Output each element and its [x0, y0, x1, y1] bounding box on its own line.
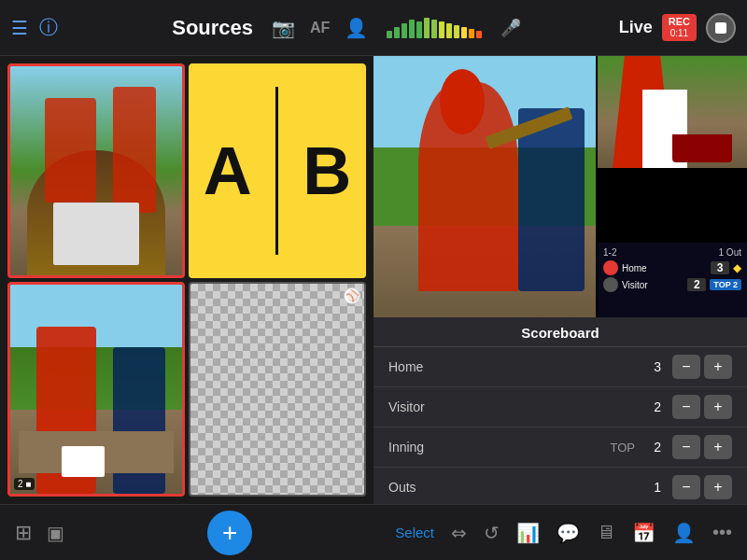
score-row-inning: Inning TOP 2 − +	[374, 427, 747, 468]
value-outs: 1	[642, 480, 661, 495]
preview-area: 1-2 1 Out Home 3 ◆ Visitor 2 TOP 2	[374, 56, 747, 317]
grid-icon[interactable]: ⊞	[15, 521, 32, 545]
add-button[interactable]: +	[207, 511, 252, 555]
ab-divider	[275, 87, 278, 254]
inning-extra: TOP	[611, 441, 636, 455]
preview-home-row: Home 3 ◆	[603, 260, 741, 275]
meter-bar-1	[387, 31, 392, 38]
rec-label: REC	[669, 16, 690, 28]
page-title: Sources	[172, 16, 253, 40]
baseball-icon: ⚾	[344, 287, 360, 304]
score-row-visitor: Visitor 2 − +	[374, 387, 747, 427]
preview-main[interactable]	[374, 56, 596, 317]
checkerboard	[190, 284, 364, 495]
chart-icon[interactable]: 📊	[516, 522, 540, 544]
source-thumb-4[interactable]: ⚾	[189, 282, 366, 497]
bottom-center: +	[207, 511, 252, 555]
source-thumb-2[interactable]: A B	[189, 63, 366, 278]
preview-home-label: Home	[622, 263, 707, 273]
preview-home-value: 3	[711, 261, 729, 274]
source-badge-text: 2 ■	[18, 479, 31, 489]
visitor-decrement[interactable]: −	[672, 395, 700, 419]
score-row-home: Home 3 − +	[374, 347, 747, 387]
menu-icon[interactable]: ☰	[11, 17, 28, 39]
label-visitor: Visitor	[388, 399, 642, 414]
person2-icon[interactable]: 👤	[672, 522, 696, 544]
inning-increment[interactable]: +	[704, 435, 732, 459]
meter-bar-5	[416, 21, 422, 38]
score-header-right: 1 Out	[719, 247, 741, 258]
outs-increment[interactable]: +	[704, 475, 732, 499]
select-button[interactable]: Select	[395, 525, 434, 540]
preview-visitor-value: 2	[687, 278, 706, 291]
calendar-icon[interactable]: 📅	[632, 522, 655, 544]
source-image-3	[10, 285, 182, 494]
toolbar-icons: 📷 AF 👤	[272, 17, 368, 39]
meter-bar-2	[394, 27, 400, 38]
label-outs: Outs	[388, 480, 642, 495]
top-bar: ☰ ⓘ Sources 📷 AF 👤 🎤 Live	[0, 0, 747, 56]
source-thumb-3[interactable]: 2 ■	[7, 282, 185, 497]
controls-inning: − +	[672, 435, 732, 459]
score-header: 1-2 1 Out	[603, 247, 741, 258]
label-home: Home	[388, 359, 642, 374]
ab-graphic: A B	[191, 66, 363, 275]
top-bar-left: ☰ ⓘ	[11, 15, 172, 40]
meter-bar-10	[454, 25, 459, 38]
info-icon[interactable]: ⓘ	[39, 15, 58, 40]
meter-bar-6	[424, 18, 430, 38]
meter-bar-13	[476, 31, 482, 38]
layout-icon[interactable]: ▣	[47, 522, 64, 544]
source-badge-3: 2 ■	[14, 478, 35, 490]
stop-icon	[715, 22, 726, 34]
meter-bar-9	[446, 23, 452, 38]
sources-panel: A B 2 ■ ⚾	[0, 56, 374, 504]
rec-badge: REC 0:11	[662, 14, 697, 41]
controls-outs: − +	[672, 475, 732, 499]
value-inning: 2	[642, 440, 661, 455]
person-icon[interactable]: 👤	[345, 17, 368, 39]
rec-time: 0:11	[670, 28, 688, 39]
meter-bar-12	[469, 29, 474, 38]
chat-icon[interactable]: 💬	[557, 522, 580, 544]
transition-icon[interactable]: ↺	[484, 522, 500, 544]
preview-scoreboard: 1-2 1 Out Home 3 ◆ Visitor 2 TOP 2	[598, 243, 747, 317]
stop-button[interactable]	[706, 13, 736, 43]
mic-icon[interactable]: 🎤	[500, 18, 521, 38]
home-team-icon	[603, 260, 618, 275]
home-increment[interactable]: +	[704, 355, 732, 379]
score-row-outs: Outs 1 − +	[374, 468, 747, 504]
ab-letter-b: B	[303, 137, 351, 204]
home-decrement[interactable]: −	[672, 355, 700, 379]
controls-home: − +	[672, 355, 732, 379]
bottom-right: Select ⇔ ↺ 📊 💬 🖥 📅 👤 •••	[395, 522, 732, 544]
outs-decrement[interactable]: −	[672, 475, 700, 499]
top-bar-center: Sources 📷 AF 👤 🎤	[172, 16, 521, 40]
top2-badge: TOP 2	[710, 279, 741, 290]
value-home: 3	[642, 359, 661, 374]
scoreboard-panel: Scoreboard Home 3 − + Visitor 2 − +	[374, 317, 747, 504]
preview-visitor-row: Visitor 2 TOP 2	[603, 277, 741, 292]
controls-visitor: − +	[672, 395, 732, 419]
move-icon[interactable]: ⇔	[451, 522, 467, 544]
overlay-icon[interactable]: 🖥	[597, 522, 615, 543]
scoreboard-title: Scoreboard	[374, 317, 747, 347]
main-area: A B 2 ■ ⚾	[0, 56, 747, 504]
source-thumb-1[interactable]	[7, 63, 185, 278]
af-label[interactable]: AF	[310, 20, 330, 36]
audio-meter	[387, 18, 482, 38]
right-panel: 1-2 1 Out Home 3 ◆ Visitor 2 TOP 2	[374, 56, 747, 504]
preview-visitor-label: Visitor	[622, 280, 684, 290]
diamond-icon: ◆	[733, 261, 741, 274]
inning-decrement[interactable]: −	[672, 435, 700, 459]
camera-icon[interactable]: 📷	[272, 17, 295, 39]
meter-bar-4	[409, 20, 415, 38]
meter-bar-8	[439, 21, 444, 38]
preview-side-top[interactable]	[598, 56, 747, 241]
source-image-1	[10, 66, 182, 275]
visitor-increment[interactable]: +	[704, 395, 732, 419]
live-label: Live	[619, 18, 653, 37]
preview-side: 1-2 1 Out Home 3 ◆ Visitor 2 TOP 2	[598, 56, 747, 317]
score-header-left: 1-2	[603, 247, 616, 258]
more-icon[interactable]: •••	[712, 522, 732, 543]
